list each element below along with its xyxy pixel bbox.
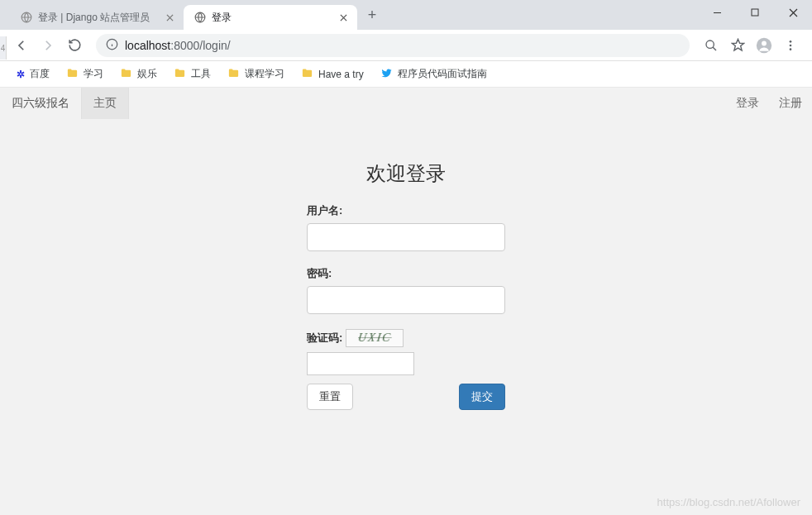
menu-icon[interactable] xyxy=(779,34,802,57)
password-group: 密码: xyxy=(307,266,505,314)
bookmark-label: 工具 xyxy=(191,67,211,81)
reset-button[interactable]: 重置 xyxy=(307,384,353,410)
back-button[interactable] xyxy=(10,34,33,57)
svg-point-6 xyxy=(762,41,767,45)
bookmark-label: Have a try xyxy=(318,69,364,80)
address-bar[interactable]: localhost:8000/login/ xyxy=(96,34,690,57)
tab-title: 登录 | Django 站点管理员 xyxy=(38,11,159,25)
folder-icon xyxy=(301,67,313,82)
url-text: localhost:8000/login/ xyxy=(125,39,231,52)
reload-button[interactable] xyxy=(63,34,86,57)
nav-brand[interactable]: 四六级报名 xyxy=(0,88,82,119)
submit-button[interactable]: 提交 xyxy=(459,384,505,410)
captcha-group: 验证码: UXIC xyxy=(307,329,505,375)
nav-login-link[interactable]: 登录 xyxy=(726,88,769,119)
zoom-icon[interactable] xyxy=(700,34,723,57)
svg-point-8 xyxy=(790,44,792,46)
minimize-button[interactable] xyxy=(698,0,736,25)
svg-point-9 xyxy=(790,48,792,50)
browser-chrome: 登录 | Django 站点管理员 登录 + xyxy=(0,0,812,88)
bookmark-link[interactable]: 程序员代码面试指南 xyxy=(374,64,494,85)
toolbar: localhost:8000/login/ xyxy=(0,30,812,61)
bookmark-label: 学习 xyxy=(84,67,103,81)
bookmark-label: 百度 xyxy=(30,67,50,81)
bookmark-label: 程序员代码面试指南 xyxy=(398,67,487,81)
bookmark-folder[interactable]: Have a try xyxy=(294,64,370,85)
bookmark-folder[interactable]: 娱乐 xyxy=(113,64,164,85)
folder-icon xyxy=(120,67,132,82)
forward-button[interactable] xyxy=(36,34,60,57)
tab-title: 登录 xyxy=(212,11,332,25)
bookmark-folder[interactable]: 课程学习 xyxy=(221,64,291,85)
profile-icon[interactable] xyxy=(752,34,776,57)
bookmark-label: 课程学习 xyxy=(245,67,284,81)
folder-icon xyxy=(227,67,240,82)
password-input[interactable] xyxy=(307,286,505,314)
new-tab-button[interactable]: + xyxy=(361,3,384,26)
bookmark-baidu[interactable]: ✲ 百度 xyxy=(10,64,56,84)
username-group: 用户名: xyxy=(307,203,505,251)
folder-icon xyxy=(174,67,186,82)
browser-tab-active[interactable]: 登录 xyxy=(184,5,357,30)
bookmark-folder[interactable]: 工具 xyxy=(167,64,217,85)
tab-bar: 登录 | Django 站点管理员 登录 + xyxy=(0,0,812,30)
captcha-image[interactable]: UXIC xyxy=(346,329,404,347)
globe-icon xyxy=(193,11,207,24)
browser-tab-inactive[interactable]: 登录 | Django 站点管理员 xyxy=(10,5,184,30)
captcha-label: 验证码: xyxy=(307,331,342,346)
watermark: https://blog.csdn.net/Afollower xyxy=(657,496,800,508)
baidu-icon: ✲ xyxy=(17,69,25,80)
bookmark-bar: ✲ 百度 学习 娱乐 工具 课程学习 Have a try 程序员代码面试指南 xyxy=(0,61,812,88)
nav-home[interactable]: 主页 xyxy=(82,88,129,119)
bookmark-folder[interactable]: 学习 xyxy=(60,64,110,85)
svg-rect-2 xyxy=(752,9,758,16)
captcha-input[interactable] xyxy=(307,352,414,375)
globe-icon xyxy=(20,11,33,24)
bird-icon xyxy=(380,67,393,82)
login-form: 欢迎登录 用户名: 密码: 验证码: UXIC 重置 提交 xyxy=(307,160,505,410)
maximize-button[interactable] xyxy=(736,0,774,25)
password-label: 密码: xyxy=(307,266,505,281)
login-title: 欢迎登录 xyxy=(307,160,505,187)
button-row: 重置 提交 xyxy=(307,384,505,410)
page-nav: 四六级报名 主页 登录 注册 xyxy=(0,88,812,119)
editor-edge-artifact: 4 xyxy=(0,36,7,60)
close-icon[interactable] xyxy=(337,12,349,23)
username-input[interactable] xyxy=(307,223,505,251)
bookmark-label: 娱乐 xyxy=(137,67,157,81)
close-icon[interactable] xyxy=(164,12,175,23)
svg-point-7 xyxy=(790,41,792,43)
close-window-button[interactable] xyxy=(774,0,812,25)
username-label: 用户名: xyxy=(307,203,505,218)
star-icon[interactable] xyxy=(726,34,749,57)
nav-register-link[interactable]: 注册 xyxy=(769,88,812,119)
page-content: 四六级报名 主页 登录 注册 欢迎登录 用户名: 密码: 验证码: UXIC xyxy=(0,88,812,515)
folder-icon xyxy=(66,67,79,82)
svg-point-4 xyxy=(706,41,714,48)
window-controls xyxy=(698,0,812,25)
info-icon[interactable] xyxy=(106,38,118,53)
